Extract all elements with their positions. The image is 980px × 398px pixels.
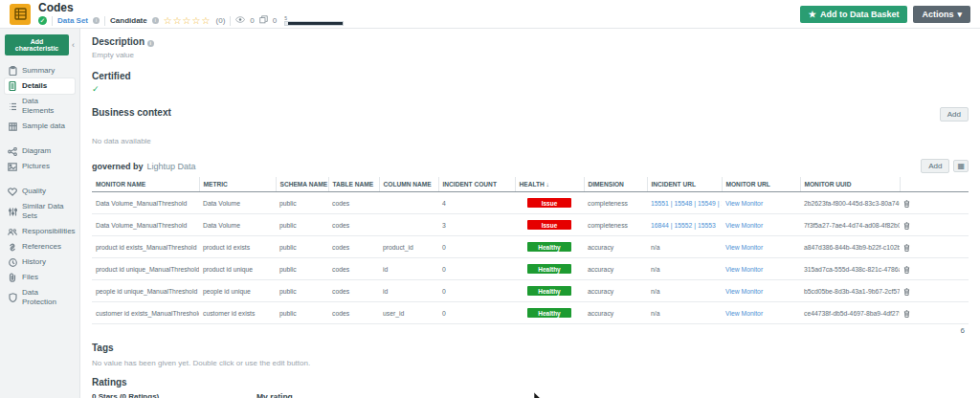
delete-monitor-button[interactable]: [903, 306, 910, 321]
col-monitor-uuid[interactable]: MONITOR UUID: [800, 177, 900, 192]
details-panel: Description i Empty value Certified ✓ Bu…: [80, 29, 980, 398]
delete-monitor-button[interactable]: [903, 262, 910, 276]
people-icon: [8, 227, 17, 236]
table-row: product id unique_ManualThreshold produc…: [92, 258, 969, 280]
monitor-table: MONITOR NAME METRIC SCHEMA NAME TABLE NA…: [92, 177, 969, 324]
incident-links: n/a: [647, 302, 722, 324]
certified-check-icon: ✓: [38, 16, 47, 25]
copies-icon: [259, 15, 268, 26]
delete-monitor-button[interactable]: [903, 196, 910, 210]
add-to-data-basket-button[interactable]: ★ Add to Data Basket: [800, 6, 908, 23]
view-monitor-link[interactable]: View Monitor: [725, 222, 763, 229]
col-column-name[interactable]: COLUMN NAME: [379, 177, 438, 192]
info-icon[interactable]: i: [147, 40, 154, 47]
sidebar-item-summary[interactable]: Summary: [5, 63, 75, 78]
sidebar-item-sample-data[interactable]: Sample data: [5, 119, 75, 134]
sidebar-item-details[interactable]: Details: [5, 78, 75, 94]
collapse-sidebar-icon[interactable]: ‹: [72, 40, 75, 50]
table-row: customer id exists_ManualThreshold custo…: [92, 302, 969, 324]
view-monitor-link[interactable]: View Monitor: [725, 244, 763, 251]
sliders-icon: [8, 207, 17, 216]
view-monitor-link[interactable]: View Monitor: [725, 200, 763, 207]
view-monitor-link[interactable]: View Monitor: [725, 288, 763, 295]
governed-by-label: governed by: [92, 162, 144, 171]
description-value[interactable]: Empty value: [92, 51, 969, 59]
incident-links[interactable]: 15551 | 15548 | 15549 | 15550: [647, 192, 722, 214]
incident-links: n/a: [647, 280, 722, 302]
table-row: product id exists_ManualThreshold produc…: [92, 236, 969, 258]
table-view-toggle-button[interactable]: ▦: [953, 160, 969, 172]
copies-count: 0: [273, 16, 277, 25]
ratings-label: Ratings: [92, 377, 969, 387]
col-incident-url[interactable]: INCIDENT URL: [647, 177, 722, 192]
tags-label: Tags: [92, 343, 969, 353]
table-row: Data Volume_ManualThreshold Data Volume …: [92, 214, 969, 236]
view-monitor-link[interactable]: View Monitor: [725, 310, 763, 317]
sidebar-item-similar-data-sets[interactable]: Similar Data Sets: [5, 199, 75, 224]
incident-links[interactable]: 16844 | 15552 | 15553: [647, 214, 722, 236]
info-icon[interactable]: i: [93, 17, 100, 24]
table-header-row: MONITOR NAME METRIC SCHEMA NAME TABLE NA…: [92, 177, 969, 192]
col-dimension[interactable]: DIMENSION: [584, 177, 647, 192]
sidebar-item-pictures[interactable]: Pictures: [5, 159, 75, 174]
asset-type-link[interactable]: Data Set: [57, 16, 88, 25]
actions-button[interactable]: Actions ▾: [913, 6, 970, 23]
divider: [52, 16, 53, 26]
sidebar-item-responsibilities[interactable]: Responsibilities: [5, 224, 75, 239]
mouse-cursor: [533, 390, 543, 398]
ratings-summary: 0 Stars (0 Ratings): [92, 392, 245, 398]
sidebar-item-references[interactable]: References: [5, 239, 75, 254]
top-bar: Codes ✓ Data Set i Candidate i ☆☆☆☆☆ (0)…: [0, 0, 980, 29]
rating-stars[interactable]: ☆☆☆☆☆: [164, 16, 212, 26]
col-incident-count[interactable]: INCIDENT COUNT: [438, 177, 515, 192]
business-context-add-button[interactable]: Add: [940, 107, 969, 122]
health-badge: Issue: [527, 198, 571, 208]
table-row: Data Volume_ManualThreshold Data Volume …: [92, 192, 969, 214]
my-rating-label: My rating: [256, 392, 969, 398]
incident-links: n/a: [647, 258, 722, 280]
table-row: people id unique_ManualThreshold people …: [92, 280, 969, 302]
sidebar-item-quality[interactable]: Quality: [5, 184, 75, 199]
col-monitor-url[interactable]: MONITOR URL: [722, 177, 800, 192]
health-badge: Healthy: [527, 242, 571, 252]
col-actions: [900, 177, 969, 192]
col-table-name[interactable]: TABLE NAME: [328, 177, 379, 192]
caret-down-icon: ▾: [957, 10, 962, 19]
monitor-add-button[interactable]: Add: [921, 159, 949, 173]
tags-empty-note[interactable]: No value has been given yet. Double clic…: [92, 359, 969, 367]
completeness-meter-bar: [284, 21, 344, 26]
workflow-status: Candidate: [110, 16, 147, 25]
divider: [230, 16, 231, 26]
info-icon[interactable]: i: [152, 17, 159, 24]
dataset-app-icon: [10, 4, 31, 25]
sidebar-item-data-elements[interactable]: Data Elements: [5, 94, 75, 119]
table-grid-icon: [8, 122, 17, 131]
completeness-meter: 5: [284, 15, 344, 26]
description-label: Description i: [92, 36, 969, 47]
col-health[interactable]: HEALTH ↓: [515, 177, 584, 192]
health-badge: Healthy: [527, 286, 571, 296]
page-title: Codes: [38, 2, 344, 14]
paperclip-icon: [8, 273, 17, 282]
sidebar-item-files[interactable]: Files: [5, 270, 75, 285]
sidebar-item-history[interactable]: History: [5, 254, 75, 270]
col-monitor-name[interactable]: MONITOR NAME: [92, 177, 199, 192]
sidebar-item-data-protection[interactable]: Data Protection: [5, 285, 75, 310]
link-icon: [8, 242, 17, 252]
health-badge: Issue: [527, 220, 571, 230]
col-metric[interactable]: METRIC: [199, 177, 276, 192]
col-schema-name[interactable]: SCHEMA NAME: [276, 177, 328, 192]
add-characteristic-button[interactable]: Add characteristic: [5, 34, 69, 55]
view-monitor-link[interactable]: View Monitor: [725, 266, 763, 273]
list-icon: [8, 101, 17, 111]
divider: [104, 16, 105, 26]
shield-icon: [8, 293, 17, 302]
delete-monitor-button[interactable]: [903, 240, 910, 254]
sidebar-item-diagram[interactable]: Diagram: [5, 144, 75, 159]
delete-monitor-button[interactable]: [903, 284, 910, 298]
certified-label: Certified: [92, 71, 969, 81]
health-badge: Healthy: [527, 308, 571, 318]
document-icon: [8, 81, 17, 91]
clock-icon: [8, 257, 17, 267]
delete-monitor-button[interactable]: [903, 218, 910, 232]
